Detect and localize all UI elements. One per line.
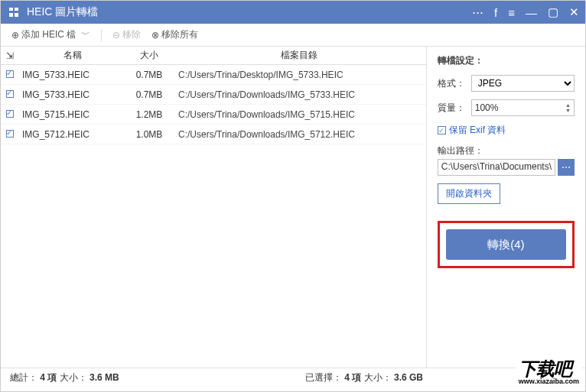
quality-row: 質量： 100% ▲▼	[438, 99, 575, 116]
checkbox-icon: ✓	[438, 126, 446, 134]
plus-icon: ⊕	[11, 30, 19, 40]
size-column-header[interactable]: 大小	[126, 49, 172, 62]
chevron-down-icon: ﹀	[81, 28, 90, 41]
feedback-icon[interactable]: ⋯	[472, 5, 483, 19]
window-controls: ⋯ f ≡ — ▢ ✕	[472, 5, 579, 19]
minimize-icon[interactable]: —	[526, 6, 537, 19]
total-count: 4 項	[40, 372, 57, 383]
file-size: 0.7MB	[126, 89, 172, 100]
table-row[interactable]: IMG_5733.HEIC 0.7MB C:/Users/Trina/Deskt…	[1, 65, 426, 85]
file-panel: ⇲ 名稱 大小 檔案目錄 IMG_5733.HEIC 0.7MB C:/User…	[1, 47, 427, 368]
file-list-header: ⇲ 名稱 大小 檔案目錄	[1, 47, 426, 65]
format-row: 格式： JPEG	[438, 75, 575, 92]
keep-exif-label: 保留 Exif 資料	[449, 124, 506, 137]
watermark: 下载吧 www.xiazaiba.com	[516, 360, 582, 385]
selected-label: 已選擇：	[305, 372, 342, 383]
file-size: 0.7MB	[126, 70, 172, 80]
remove-all-icon: ⊗	[151, 30, 159, 40]
file-list: IMG_5733.HEIC 0.7MB C:/Users/Trina/Deskt…	[1, 65, 426, 368]
app-logo-icon	[7, 5, 21, 19]
format-select[interactable]: JPEG	[471, 75, 575, 92]
table-row[interactable]: IMG_5733.HEIC 0.7MB C:/Users/Trina/Downl…	[1, 85, 426, 105]
open-folder-button[interactable]: 開啟資料夾	[438, 183, 500, 204]
remove-label: 移除	[122, 28, 141, 41]
convert-highlight: 轉換(4)	[438, 221, 575, 268]
footer-recovery-link[interactable]: 還原設備上丢失或被刪的 HEIC 圖片 ≫	[1, 387, 585, 392]
close-icon[interactable]: ✕	[569, 5, 579, 19]
checkbox-icon[interactable]	[6, 90, 14, 98]
quality-label: 質量：	[438, 102, 467, 115]
settings-panel: 轉檔設定： 格式： JPEG 質量： 100% ▲▼ ✓ 保留 Exif 資料 …	[427, 47, 585, 368]
format-label: 格式：	[438, 77, 467, 90]
quality-stepper[interactable]: 100% ▲▼	[471, 99, 575, 116]
svg-rect-2	[9, 11, 18, 13]
checkbox-icon[interactable]	[6, 70, 14, 78]
facebook-icon[interactable]: f	[494, 6, 497, 19]
total-label: 總計：	[10, 372, 37, 383]
table-row[interactable]: IMG_5715.HEIC 1.2MB C:/Users/Trina/Downl…	[1, 105, 426, 125]
file-path: C:/Users/Trina/Downloads/IMG_5712.HEIC	[172, 129, 426, 140]
checkbox-icon[interactable]	[6, 110, 14, 118]
file-size: 1.0MB	[126, 129, 172, 140]
output-section: 輸出路徑： C:\Users\Trina\Documents\ ⋯	[438, 144, 575, 176]
file-path: C:/Users/Trina/Downloads/IMG_5733.HEIC	[172, 89, 426, 100]
file-path: C:/Users/Trina/Desktop/IMG_5733.HEIC	[172, 70, 426, 80]
convert-button[interactable]: 轉換(4)	[446, 229, 566, 260]
output-path-field[interactable]: C:\Users\Trina\Documents\	[438, 159, 555, 176]
remove-all-button[interactable]: ⊗ 移除所有	[148, 27, 201, 43]
add-label: 添加 HEIC 檔	[21, 28, 76, 41]
keep-exif-checkbox[interactable]: ✓ 保留 Exif 資料	[438, 124, 575, 137]
table-row[interactable]: IMG_5712.HEIC 1.0MB C:/Users/Trina/Downl…	[1, 125, 426, 144]
main-area: ⇲ 名稱 大小 檔案目錄 IMG_5733.HEIC 0.7MB C:/User…	[1, 47, 585, 368]
selected-size-label: 大小：	[364, 372, 392, 383]
selected-size: 3.6 GB	[394, 372, 423, 383]
checkbox-icon[interactable]	[6, 130, 14, 138]
file-name: IMG_5733.HEIC	[19, 70, 126, 80]
watermark-text: 下载吧	[519, 358, 571, 379]
minus-icon: ⊖	[112, 30, 120, 40]
remove-button: ⊖ 移除	[109, 27, 144, 43]
toolbar: ⊕ 添加 HEIC 檔 ﹀ ⊖ 移除 ⊗ 移除所有	[1, 24, 585, 47]
add-heic-button[interactable]: ⊕ 添加 HEIC 檔 ﹀	[8, 27, 93, 43]
file-name: IMG_5712.HEIC	[19, 129, 126, 140]
total-size-label: 大小：	[60, 372, 87, 383]
watermark-url: www.xiazaiba.com	[519, 378, 579, 385]
file-path: C:/Users/Trina/Downloads/IMG_5715.HEIC	[172, 109, 426, 120]
browse-button[interactable]: ⋯	[558, 159, 575, 176]
name-column-header[interactable]: 名稱	[19, 49, 126, 62]
file-name: IMG_5715.HEIC	[19, 109, 126, 120]
file-size: 1.2MB	[126, 109, 172, 120]
remove-all-label: 移除所有	[161, 28, 198, 41]
file-name: IMG_5733.HEIC	[19, 89, 126, 100]
app-title: HEIC 圖片轉檔	[27, 5, 472, 19]
selected-count: 4 項	[344, 372, 361, 383]
settings-title: 轉檔設定：	[438, 54, 575, 67]
maximize-icon[interactable]: ▢	[548, 5, 558, 19]
titlebar: HEIC 圖片轉檔 ⋯ f ≡ — ▢ ✕	[1, 1, 585, 24]
divider	[101, 29, 102, 41]
output-label: 輸出路徑：	[438, 144, 575, 157]
quality-value: 100%	[475, 102, 499, 113]
total-size: 3.6 MB	[90, 372, 119, 383]
menu-icon[interactable]: ≡	[508, 6, 515, 19]
spinner-icon[interactable]: ▲▼	[565, 102, 571, 113]
checkbox-column-header[interactable]: ⇲	[1, 50, 19, 61]
status-bar: 總計： 4 項 大小： 3.6 MB 已選擇： 4 項 大小： 3.6 GB	[1, 368, 585, 387]
path-column-header[interactable]: 檔案目錄	[172, 49, 426, 62]
